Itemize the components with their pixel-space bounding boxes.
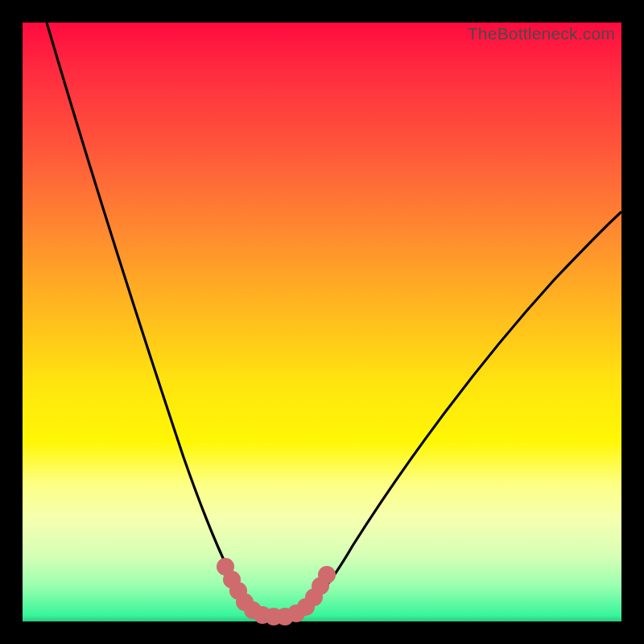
dot-left bbox=[236, 593, 254, 611]
dot-bottom bbox=[276, 608, 294, 625]
highlight-dots bbox=[23, 23, 621, 621]
dot-left bbox=[244, 601, 262, 619]
dot-left bbox=[229, 582, 247, 600]
dot-left bbox=[217, 558, 234, 576]
dot-left bbox=[254, 606, 271, 624]
dot-bottom bbox=[265, 608, 283, 625]
dot-left bbox=[223, 571, 241, 588]
curve-path bbox=[47, 23, 621, 618]
dot-right bbox=[318, 566, 336, 584]
dot-right bbox=[297, 598, 315, 616]
dot-right bbox=[305, 588, 323, 606]
watermark-label: TheBottleneck.com bbox=[468, 24, 615, 43]
dot-right bbox=[312, 577, 329, 595]
chart-frame: TheBottleneck.com bbox=[23, 23, 621, 621]
dot-right bbox=[287, 605, 305, 622]
bottleneck-curve bbox=[23, 23, 621, 621]
